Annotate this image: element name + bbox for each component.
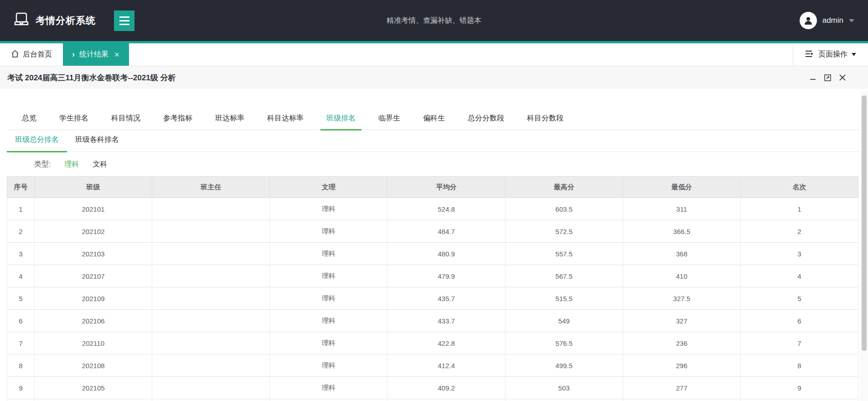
cell-class: 202110 [35, 332, 152, 354]
tab-unbalanced-students[interactable]: 偏科生 [412, 114, 456, 130]
breadcrumb-home-label[interactable]: 后台首页 [23, 50, 52, 59]
table-row: 8 202108 理科 412.4 499.5 296 8 [7, 354, 858, 377]
tab-subject-pass-rate[interactable]: 科目达标率 [256, 114, 315, 130]
tab-reference-index[interactable]: 参考指标 [152, 114, 204, 130]
route-tab-active[interactable]: › 统计结果 ✕ [63, 43, 129, 66]
minimize-button[interactable] [809, 74, 816, 81]
table-row: 2 202102 理科 484.7 572.5 366.5 2 [7, 220, 858, 243]
page-actions-dropdown[interactable]: 页面操作 [793, 43, 868, 66]
cell-index: 2 [7, 220, 35, 243]
cell-class: 202108 [35, 354, 152, 377]
cell-class: 202105 [35, 377, 152, 399]
tab-borderline-students[interactable]: 临界生 [367, 114, 412, 130]
cell-track: 理科 [270, 243, 388, 265]
cell-track: 理科 [270, 354, 388, 377]
cell-min: 296 [623, 354, 740, 377]
cell-teacher [152, 287, 270, 310]
col-header-rank: 名次 [740, 177, 858, 198]
cell-average: 409.2 [388, 377, 505, 399]
cell-track: 理科 [270, 265, 388, 287]
analysis-tabs: 总览 学生排名 科目情况 参考指标 班达标率 科目达标率 班级排名 临界生 偏科… [7, 109, 861, 130]
tab-subject-score-bands[interactable]: 科目分数段 [516, 114, 575, 130]
page-actions-icon [805, 50, 814, 59]
breadcrumb-bar: 后台首页 › 统计结果 ✕ 页面操作 [0, 43, 868, 66]
username-label[interactable]: admin [822, 16, 843, 25]
cell-class: 202109 [35, 287, 152, 310]
user-avatar-icon[interactable] [800, 12, 817, 29]
cell-min: 366.5 [623, 220, 740, 243]
cell-average: 435.7 [388, 287, 505, 310]
table-row: 3 202103 理科 480.9 557.5 368 3 [7, 243, 858, 265]
breadcrumb-home[interactable]: 后台首页 [0, 43, 63, 66]
chevron-down-icon[interactable] [849, 19, 854, 22]
subtab-class-total-rank[interactable]: 班级总分排名 [7, 135, 67, 151]
cell-teacher [152, 354, 270, 377]
col-header-average: 平均分 [388, 177, 505, 198]
cell-teacher [152, 332, 270, 354]
col-header-index: 序号 [7, 177, 35, 198]
sidebar-toggle-button[interactable] [114, 10, 134, 31]
cell-teacher [152, 310, 270, 332]
user-menu[interactable]: admin [800, 12, 854, 29]
cell-average: 484.7 [388, 220, 505, 243]
cell-rank: 3 [740, 243, 858, 265]
app-logo-icon [14, 12, 29, 29]
table-row: 6 202106 理科 433.7 549 327 6 [7, 310, 858, 332]
subtab-class-subject-rank[interactable]: 班级各科排名 [67, 135, 127, 151]
app-header: 精准考情、查漏补缺、错题本 考情分析系统 admin [0, 0, 868, 43]
cell-teacher [152, 220, 270, 243]
close-icon[interactable]: ✕ [114, 51, 120, 59]
cell-index: 8 [7, 354, 35, 377]
cell-max: 503 [505, 377, 623, 399]
home-icon [11, 50, 19, 60]
cell-average: 479.9 [388, 265, 505, 287]
tab-student-rank[interactable]: 学生排名 [48, 114, 100, 130]
type-option-arts[interactable]: 文科 [93, 160, 107, 169]
maximize-button[interactable] [824, 74, 832, 82]
close-button[interactable] [839, 74, 846, 81]
cell-max: 603.5 [505, 198, 623, 220]
cell-rank: 8 [740, 354, 858, 377]
cell-max: 572.5 [505, 220, 623, 243]
cell-average: 524.8 [388, 198, 505, 220]
cell-teacher [152, 377, 270, 399]
cell-average: 412.4 [388, 354, 505, 377]
cell-min: 236 [623, 332, 740, 354]
cell-track: 理科 [270, 310, 388, 332]
col-header-track: 文理 [270, 177, 388, 198]
cell-average: 433.7 [388, 310, 505, 332]
page-actions-label[interactable]: 页面操作 [818, 50, 847, 59]
table-row: 4 202107 理科 479.9 567.5 410 4 [7, 265, 858, 287]
cell-rank: 4 [740, 265, 858, 287]
tab-overview[interactable]: 总览 [7, 114, 48, 130]
cell-class: 202101 [35, 198, 152, 220]
route-tab-label[interactable]: 统计结果 [79, 50, 108, 59]
cell-min: 368 [623, 243, 740, 265]
cell-max: 567.5 [505, 265, 623, 287]
cell-index: 4 [7, 265, 35, 287]
cell-min: 311 [623, 198, 740, 220]
cell-index: 5 [7, 287, 35, 310]
table-header-row: 序号 班级 班主任 文理 平均分 最高分 最低分 名次 [7, 177, 858, 198]
col-header-class: 班级 [35, 177, 152, 198]
chevron-right-icon: › [72, 50, 75, 59]
type-option-science[interactable]: 理科 [64, 160, 79, 169]
chevron-down-icon [852, 53, 856, 56]
cell-teacher [152, 198, 270, 220]
tab-subject-status[interactable]: 科目情况 [100, 114, 152, 130]
cell-class: 202102 [35, 220, 152, 243]
cell-index: 9 [7, 377, 35, 399]
tab-class-rank[interactable]: 班级排名 [315, 114, 367, 130]
cell-max: 576.5 [505, 332, 623, 354]
cell-rank: 5 [740, 287, 858, 310]
scrollbar-thumb[interactable] [862, 95, 867, 351]
tab-total-score-bands[interactable]: 总分分数段 [456, 114, 516, 130]
cell-class: 202107 [35, 265, 152, 287]
cell-index: 7 [7, 332, 35, 354]
cell-min: 277 [623, 377, 740, 399]
class-rank-table: 序号 班级 班主任 文理 平均分 最高分 最低分 名次 1 202101 理科 … [7, 176, 858, 401]
cell-track: 理科 [270, 332, 388, 354]
tab-class-pass-rate[interactable]: 班达标率 [204, 114, 256, 130]
table-row: 5 202109 理科 435.7 515.5 327.5 5 [7, 287, 858, 310]
vertical-scrollbar[interactable] [860, 92, 868, 401]
